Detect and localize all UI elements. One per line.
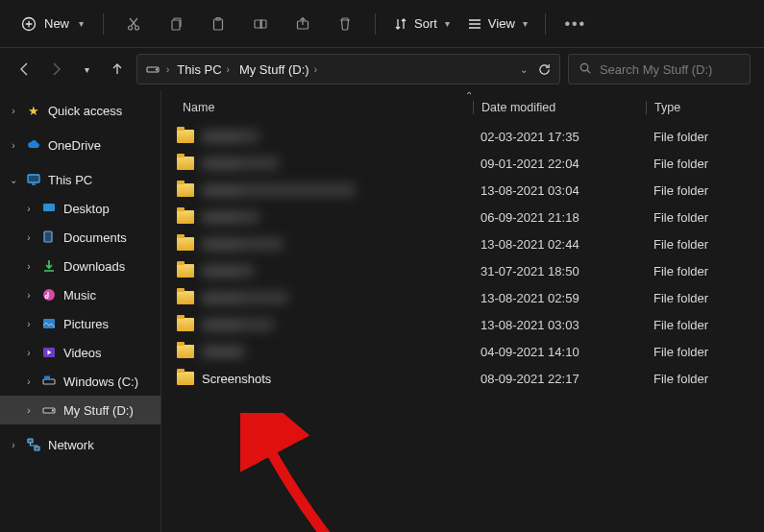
forward-button[interactable] bbox=[44, 58, 67, 81]
sidebar-item-quick-access[interactable]: › ★ Quick access bbox=[0, 96, 160, 125]
folder-row[interactable]: ———13-08-2021 03:03File folder bbox=[171, 311, 752, 338]
drive-icon bbox=[40, 374, 58, 389]
rename-button[interactable] bbox=[242, 10, 279, 38]
address-dropdown-button[interactable]: ⌄ bbox=[520, 64, 528, 75]
cut-button[interactable] bbox=[115, 10, 152, 38]
address-bar[interactable]: › This PC › My Stuff (D:) › ⌄ bbox=[136, 54, 560, 85]
sidebar-item-onedrive[interactable]: › OneDrive bbox=[0, 131, 160, 159]
sort-button[interactable]: Sort ▾ bbox=[387, 12, 456, 36]
folder-row[interactable]: ———13-08-2021 03:04File folder bbox=[171, 177, 752, 204]
view-label: View bbox=[488, 16, 515, 31]
chevron-right-icon: › bbox=[8, 440, 19, 450]
column-header-type[interactable]: Type bbox=[646, 101, 752, 114]
videos-icon bbox=[40, 345, 58, 360]
sidebar-item-label: Desktop bbox=[63, 202, 110, 216]
sidebar-item-label: My Stuff (D:) bbox=[63, 403, 134, 418]
chevron-right-icon: › bbox=[23, 376, 35, 387]
folder-row[interactable]: Screenshots08-09-2021 22:17File folder bbox=[171, 365, 752, 392]
folder-icon bbox=[177, 345, 194, 358]
chevron-right-icon: › bbox=[23, 204, 35, 214]
sidebar-item-my-stuff-d[interactable]: › My Stuff (D:) bbox=[0, 396, 160, 424]
chevron-right-icon: › bbox=[314, 64, 317, 75]
toolbar-separator bbox=[103, 13, 104, 35]
folder-row[interactable]: ———06-09-2021 21:18File folder bbox=[171, 204, 752, 230]
column-header-name[interactable]: Name bbox=[171, 101, 473, 114]
more-button[interactable]: ••• bbox=[557, 10, 594, 38]
sidebar-item-label: Downloads bbox=[63, 259, 125, 274]
folder-date: 08-09-2021 22:17 bbox=[473, 372, 646, 386]
breadcrumb-label: My Stuff (D:) bbox=[239, 62, 309, 77]
folder-date: 02-03-2021 17:35 bbox=[473, 130, 646, 144]
folder-row[interactable]: ———13-08-2021 02:44File folder bbox=[171, 230, 752, 257]
chevron-right-icon: › bbox=[23, 319, 35, 329]
column-headers: Name Date modified Type bbox=[171, 92, 752, 123]
chevron-right-icon: › bbox=[227, 64, 230, 75]
monitor-icon bbox=[25, 172, 42, 187]
folder-icon bbox=[177, 130, 194, 143]
new-button[interactable]: New ▾ bbox=[13, 12, 91, 36]
svg-rect-3 bbox=[172, 20, 180, 30]
copy-button[interactable] bbox=[158, 10, 194, 38]
search-input[interactable] bbox=[600, 62, 740, 77]
folder-date: 13-08-2021 03:04 bbox=[473, 183, 646, 198]
folder-row[interactable]: ———31-07-2021 18:50File folder bbox=[171, 257, 752, 284]
paste-button[interactable] bbox=[200, 10, 236, 38]
svg-point-10 bbox=[156, 69, 157, 70]
sidebar-item-network[interactable]: › Network bbox=[0, 430, 160, 459]
folder-type: File folder bbox=[646, 183, 752, 198]
sidebar-item-label: Quick access bbox=[48, 104, 122, 118]
folder-date: 06-09-2021 21:18 bbox=[473, 210, 646, 225]
share-button[interactable] bbox=[284, 10, 321, 38]
breadcrumb-my-stuff[interactable]: My Stuff (D:) › bbox=[237, 60, 319, 79]
folder-type: File folder bbox=[646, 237, 752, 252]
sidebar-item-downloads[interactable]: › Downloads bbox=[0, 252, 160, 280]
delete-button[interactable] bbox=[327, 10, 363, 38]
chevron-right-icon: › bbox=[23, 348, 35, 358]
chevron-right-icon: › bbox=[23, 232, 35, 243]
chevron-right-icon: › bbox=[23, 261, 35, 272]
folder-row[interactable]: ———04-09-2021 14:10File folder bbox=[171, 338, 752, 365]
sidebar-item-windows-c[interactable]: › Windows (C:) bbox=[0, 367, 160, 396]
music-icon bbox=[40, 287, 58, 302]
sidebar-item-music[interactable]: › Music bbox=[0, 280, 160, 309]
breadcrumb-this-pc[interactable]: This PC › bbox=[175, 60, 232, 79]
folder-row[interactable]: ———02-03-2021 17:35File folder bbox=[171, 123, 752, 150]
plus-circle-icon bbox=[21, 16, 37, 32]
chevron-right-icon: › bbox=[8, 106, 19, 116]
svg-rect-12 bbox=[28, 175, 39, 182]
sidebar-item-documents[interactable]: › Documents bbox=[0, 223, 160, 252]
svg-rect-4 bbox=[214, 19, 223, 30]
folder-name: ——— bbox=[202, 157, 279, 170]
folder-name: ——— bbox=[202, 318, 274, 331]
folder-name: ——— bbox=[202, 345, 245, 358]
chevron-down-icon: ▾ bbox=[79, 18, 84, 29]
svg-point-11 bbox=[580, 63, 587, 70]
folder-icon bbox=[177, 291, 194, 304]
recent-locations-button[interactable]: ▾ bbox=[75, 58, 98, 81]
folder-icon bbox=[177, 318, 194, 331]
toolbar-separator bbox=[545, 13, 546, 35]
back-button[interactable] bbox=[13, 58, 37, 81]
folder-icon bbox=[177, 264, 194, 278]
folder-row[interactable]: ———13-08-2021 02:59File folder bbox=[171, 284, 752, 311]
search-box[interactable] bbox=[568, 54, 751, 85]
refresh-button[interactable] bbox=[537, 62, 552, 77]
up-button[interactable] bbox=[106, 58, 129, 81]
folder-row[interactable]: ———09-01-2021 22:04File folder bbox=[171, 150, 752, 177]
folder-date: 09-01-2021 22:04 bbox=[473, 157, 646, 171]
column-header-date[interactable]: Date modified bbox=[473, 101, 646, 114]
svg-rect-13 bbox=[43, 204, 55, 211]
sidebar-item-label: Network bbox=[48, 438, 94, 452]
sidebar-item-this-pc[interactable]: ⌄ This PC bbox=[0, 165, 160, 194]
folder-name: ——— bbox=[202, 264, 255, 278]
folder-name: ——— bbox=[202, 291, 288, 304]
svg-point-2 bbox=[136, 26, 139, 30]
sort-label: Sort bbox=[414, 16, 437, 31]
sidebar-item-videos[interactable]: › Videos bbox=[0, 338, 160, 367]
sidebar-item-label: Videos bbox=[63, 346, 102, 360]
drive-icon bbox=[145, 61, 160, 77]
folder-type: File folder bbox=[646, 264, 752, 278]
sidebar-item-pictures[interactable]: › Pictures bbox=[0, 309, 160, 338]
sidebar-item-desktop[interactable]: › Desktop bbox=[0, 194, 160, 223]
view-button[interactable]: View ▾ bbox=[461, 12, 533, 36]
